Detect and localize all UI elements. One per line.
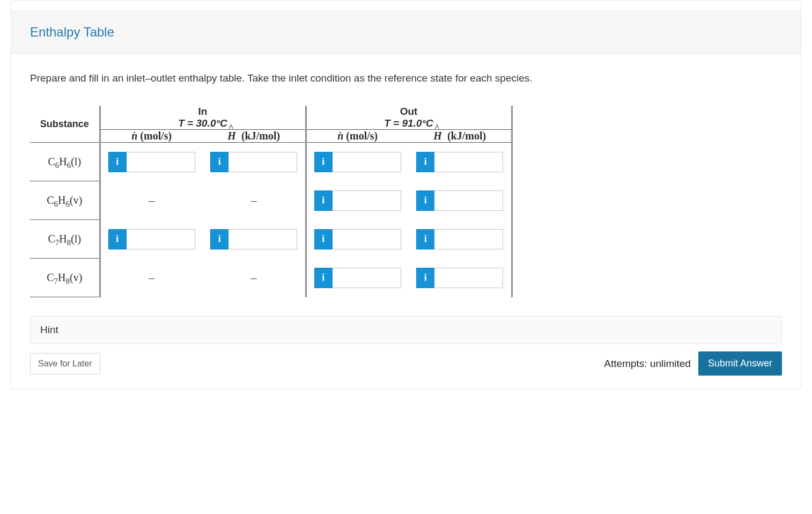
submit-answer-button[interactable]: Submit Answer — [698, 351, 782, 376]
data-cell: i — [409, 259, 512, 297]
section-header: Enthalpy Table — [11, 11, 801, 54]
data-cell: i — [306, 143, 409, 181]
data-cell: – — [100, 181, 203, 220]
data-cell: i — [203, 143, 306, 181]
out-title: Out — [307, 106, 511, 118]
in-title: In — [101, 106, 305, 118]
info-icon[interactable]: i — [314, 190, 333, 211]
answer-input-out_h-row1[interactable] — [434, 190, 503, 211]
data-cell: i — [203, 220, 306, 259]
info-icon[interactable]: i — [416, 229, 434, 249]
substance-cell: C7H8(l) — [30, 220, 100, 259]
in-temp: T = 30.0°C — [101, 118, 305, 129]
answer-input-out_n-row2[interactable] — [333, 229, 401, 249]
data-cell: i — [306, 181, 409, 220]
instruction-text: Prepare and fill in an inlet–outlet enth… — [30, 72, 782, 84]
dash-placeholder: – — [149, 271, 154, 284]
substance-header: Substance — [30, 106, 100, 143]
dash-placeholder: – — [251, 194, 257, 207]
answer-input-in_n-row2[interactable] — [127, 229, 195, 249]
answer-input-out_n-row3[interactable] — [333, 268, 401, 288]
in-ndot-header: n (mol/s) — [100, 130, 203, 143]
table-row: C7H8(l)iiii — [30, 220, 512, 259]
data-cell: i — [409, 143, 512, 181]
answer-input-out_h-row3[interactable] — [434, 268, 503, 288]
answer-input-in_h-row0[interactable] — [228, 152, 297, 172]
info-icon[interactable]: i — [210, 229, 228, 249]
data-cell: i — [100, 143, 203, 181]
dash-placeholder: – — [149, 194, 154, 207]
data-cell: i — [409, 220, 512, 259]
out-ndot-header: n (mol/s) — [306, 130, 409, 143]
actions-row: Save for Later Attempts: unlimited Submi… — [30, 351, 782, 376]
answer-input-in_h-row2[interactable] — [228, 229, 297, 249]
attempts-label: Attempts: unlimited — [604, 358, 691, 370]
answer-input-out_h-row2[interactable] — [434, 229, 503, 249]
section-title: Enthalpy Table — [30, 25, 114, 39]
answer-input-out_h-row0[interactable] — [434, 152, 503, 172]
card-top-stub — [11, 1, 801, 11]
question-card: Enthalpy Table Prepare and fill in an in… — [11, 0, 801, 390]
out-hhat-header: H (kJ/mol) — [409, 130, 512, 143]
answer-input-in_n-row0[interactable] — [127, 152, 195, 172]
substance-cell: C6H6(v) — [30, 181, 100, 220]
enthalpy-table: Substance In T = 30.0°C Out T = 91.0°C n… — [30, 106, 513, 297]
info-icon[interactable]: i — [108, 152, 127, 172]
substance-cell: C6H6(l) — [30, 143, 100, 181]
section-body: Prepare and fill in an inlet–outlet enth… — [11, 54, 801, 389]
data-cell: i — [100, 220, 203, 259]
info-icon[interactable]: i — [108, 229, 127, 249]
table-body: C6H6(l)iiiiC6H6(v)––iiC7H8(l)iiiiC7H8(v)… — [30, 143, 512, 297]
data-cell: – — [203, 259, 306, 297]
table-row: C7H8(v)––ii — [30, 259, 512, 297]
answer-input-out_n-row1[interactable] — [333, 190, 401, 211]
data-cell: i — [306, 259, 409, 297]
table-row: C6H6(v)––ii — [30, 181, 512, 220]
info-icon[interactable]: i — [210, 152, 228, 172]
data-cell: – — [203, 181, 306, 220]
out-group-header: Out T = 91.0°C — [306, 106, 512, 130]
info-icon[interactable]: i — [416, 152, 434, 172]
hint-label: Hint — [40, 324, 58, 335]
info-icon[interactable]: i — [416, 190, 434, 211]
table-row: C6H6(l)iiii — [30, 143, 512, 181]
in-group-header: In T = 30.0°C — [100, 106, 306, 130]
hint-button[interactable]: Hint — [30, 316, 782, 344]
info-icon[interactable]: i — [314, 152, 333, 172]
substance-cell: C7H8(v) — [30, 259, 100, 297]
answer-input-out_n-row0[interactable] — [333, 152, 401, 172]
dash-placeholder: – — [251, 271, 257, 284]
data-cell: i — [409, 181, 512, 220]
out-temp: T = 91.0°C — [307, 118, 511, 129]
info-icon[interactable]: i — [314, 229, 333, 249]
data-cell: i — [306, 220, 409, 259]
info-icon[interactable]: i — [416, 268, 434, 288]
info-icon[interactable]: i — [314, 268, 333, 288]
save-for-later-button[interactable]: Save for Later — [30, 353, 100, 375]
data-cell: – — [100, 259, 203, 297]
in-hhat-header: H (kJ/mol) — [203, 130, 306, 143]
